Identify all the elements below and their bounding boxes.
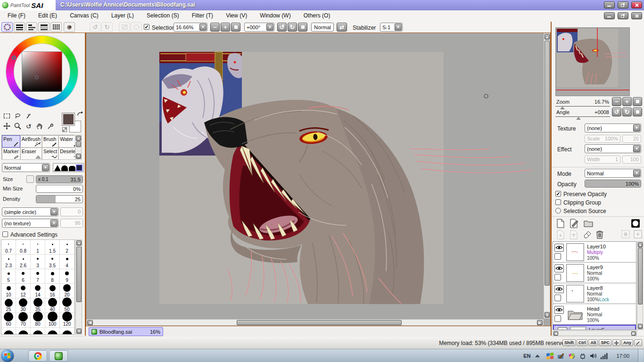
tool-pen[interactable]: Pen bbox=[2, 135, 20, 148]
hue-selector[interactable] bbox=[12, 56, 16, 60]
navigator-angle-slider[interactable] bbox=[555, 116, 610, 120]
merge-down-button[interactable] bbox=[570, 230, 578, 240]
eyedropper-tool-button[interactable] bbox=[45, 122, 55, 131]
brush-size-cell[interactable]: 16 bbox=[45, 284, 60, 298]
density-slider[interactable]: 25 bbox=[36, 195, 83, 203]
saturation-value-square[interactable] bbox=[22, 51, 62, 92]
canvas-horizontal-scrollbar[interactable]: ◀ ▶ bbox=[86, 319, 544, 326]
chevron-down-icon[interactable]: ▼ bbox=[50, 220, 58, 227]
undo-button[interactable]: ↺ bbox=[90, 22, 101, 32]
brush-size-cell[interactable]: 120 bbox=[60, 313, 74, 328]
taskbar-chrome-button[interactable] bbox=[28, 350, 47, 362]
layer-option-box[interactable] bbox=[554, 295, 561, 301]
zoom-in-button[interactable]: + bbox=[221, 23, 230, 32]
zoom-out-button[interactable]: − bbox=[210, 23, 220, 32]
paint-mode-button[interactable]: Normal bbox=[311, 23, 334, 32]
brush-size-cell[interactable]: 3.5 bbox=[45, 255, 60, 269]
brush-size-cell[interactable] bbox=[1, 328, 16, 335]
brush-texture-combo[interactable]: (no texture)▼ bbox=[2, 219, 58, 228]
rotate-cw-button[interactable]: ↻ bbox=[288, 23, 297, 32]
tray-antivirus-icon[interactable] bbox=[546, 352, 554, 360]
sv-selector[interactable] bbox=[35, 75, 39, 79]
layer-row-head-folder[interactable]: Head Normal 100% bbox=[553, 304, 636, 325]
effect-strength-field[interactable]: 100 bbox=[622, 156, 641, 164]
swatches-panel-button[interactable] bbox=[50, 22, 62, 32]
menu-others[interactable]: Others (O) bbox=[298, 10, 336, 21]
chevron-down-icon[interactable]: ▼ bbox=[42, 164, 49, 171]
chevron-down-icon[interactable]: ▼ bbox=[395, 24, 402, 31]
modifier-alt-button[interactable]: Alt bbox=[588, 339, 598, 346]
chevron-down-icon[interactable]: ▼ bbox=[266, 24, 273, 31]
menu-view[interactable]: View (V) bbox=[220, 10, 253, 21]
layer-row-layer5[interactable]: Layer5 Normal bbox=[553, 325, 636, 330]
brush-tip-selector[interactable] bbox=[53, 163, 84, 172]
marquee-tool-button[interactable] bbox=[2, 111, 12, 120]
modifier-shift-button[interactable]: Shift bbox=[562, 339, 576, 346]
angle-reset-button[interactable] bbox=[298, 23, 307, 32]
tool-marker[interactable]: Marker bbox=[2, 148, 20, 160]
delete-layer-button[interactable] bbox=[596, 230, 603, 240]
layer-row-layer10[interactable]: Layer10 Multiply 100% bbox=[553, 242, 636, 263]
brush-size-cell[interactable]: 1 bbox=[31, 240, 45, 255]
zoom-tool-button[interactable] bbox=[13, 122, 23, 131]
doc-close-button[interactable] bbox=[631, 12, 642, 19]
hand-tool-button[interactable] bbox=[34, 122, 44, 131]
layer-row-layer8[interactable]: Layer8 Normal 100% Lock bbox=[553, 283, 636, 304]
chevron-down-icon[interactable]: ▼ bbox=[199, 24, 206, 31]
rotate-view-tool-button[interactable]: ↺ bbox=[24, 122, 33, 131]
tool-brush[interactable]: Brush bbox=[42, 135, 58, 148]
clear-layer-button[interactable] bbox=[583, 230, 592, 239]
hsv-slider-panel-button[interactable] bbox=[26, 22, 37, 32]
brush-size-cell[interactable]: 1.5 bbox=[45, 240, 60, 255]
apply-mask-button[interactable] bbox=[634, 230, 642, 239]
tray-tablet-driver-icon[interactable] bbox=[557, 352, 565, 360]
chevron-down-icon[interactable]: ▼ bbox=[633, 170, 640, 177]
brush-size-cell[interactable]: 80 bbox=[31, 313, 45, 328]
taskbar-sai-button[interactable] bbox=[49, 350, 68, 362]
deselect-button[interactable] bbox=[119, 22, 130, 32]
selection-visible-checkbox[interactable]: ✓ bbox=[144, 24, 149, 30]
effect-width-field[interactable]: Width1 bbox=[585, 156, 620, 164]
brush-size-cell[interactable]: 25 bbox=[1, 298, 16, 313]
menu-selection[interactable]: Selection (S) bbox=[141, 10, 185, 21]
texture-combo[interactable]: (none)▼ bbox=[585, 123, 641, 132]
doc-minimize-button[interactable] bbox=[604, 12, 615, 19]
visibility-toggle[interactable] bbox=[558, 327, 567, 330]
nav-rotate-cw-button[interactable]: ↻ bbox=[622, 107, 632, 116]
layer-list-horizontal-scrollbar[interactable]: ◀ ▶ bbox=[553, 330, 637, 336]
menu-canvas[interactable]: Canvas (C) bbox=[64, 10, 104, 21]
chevron-down-icon[interactable]: ▼ bbox=[50, 208, 58, 215]
redo-button[interactable]: ↻ bbox=[101, 22, 113, 32]
brush-size-cell[interactable]: 9 bbox=[60, 269, 74, 284]
menu-filter[interactable]: Filter (T) bbox=[186, 10, 219, 21]
brush-size-cell[interactable]: 4 bbox=[60, 255, 74, 269]
menu-edit[interactable]: Edit (E) bbox=[33, 10, 63, 21]
brush-size-cell[interactable]: 6 bbox=[16, 269, 31, 284]
brush-size-cell[interactable]: 8 bbox=[45, 269, 60, 284]
scratchpad-panel-button[interactable] bbox=[64, 22, 75, 32]
tip-shape-dome-icon[interactable] bbox=[69, 166, 75, 171]
brush-size-cell[interactable]: 30 bbox=[16, 298, 31, 313]
brush-size-cell[interactable] bbox=[31, 328, 45, 335]
move-tool-button[interactable] bbox=[2, 122, 12, 131]
tip-shape-cone-icon[interactable] bbox=[54, 165, 61, 171]
nav-angle-reset-button[interactable] bbox=[633, 107, 642, 116]
brush-size-cell[interactable]: 7 bbox=[31, 269, 45, 284]
layer-row-layer9[interactable]: Layer9 Normal 100% bbox=[553, 263, 636, 283]
layer-list-vertical-scrollbar[interactable]: ▲ ▼ bbox=[637, 241, 643, 330]
stabilizer-combo[interactable]: S-1▼ bbox=[380, 23, 403, 32]
show-desktop-button[interactable] bbox=[638, 349, 643, 362]
chevron-down-icon[interactable]: ▼ bbox=[633, 124, 640, 132]
tray-power-icon[interactable] bbox=[578, 352, 586, 360]
size-slider[interactable]: x 0.1 31.5 bbox=[36, 175, 83, 183]
new-folder-button[interactable] bbox=[584, 220, 593, 228]
mixer-panel-button[interactable] bbox=[38, 22, 50, 32]
transparent-color-icon[interactable] bbox=[62, 127, 67, 132]
close-button[interactable] bbox=[631, 1, 642, 8]
advanced-settings-checkbox[interactable] bbox=[2, 231, 8, 237]
brush-size-cell[interactable]: 20 bbox=[60, 284, 74, 298]
layer-mode-combo[interactable]: Normal▼ bbox=[585, 169, 641, 178]
brush-size-cell[interactable]: 5 bbox=[1, 269, 16, 284]
brush-size-cell[interactable]: 0.7 bbox=[1, 240, 16, 255]
invert-selection-button[interactable] bbox=[131, 22, 142, 32]
